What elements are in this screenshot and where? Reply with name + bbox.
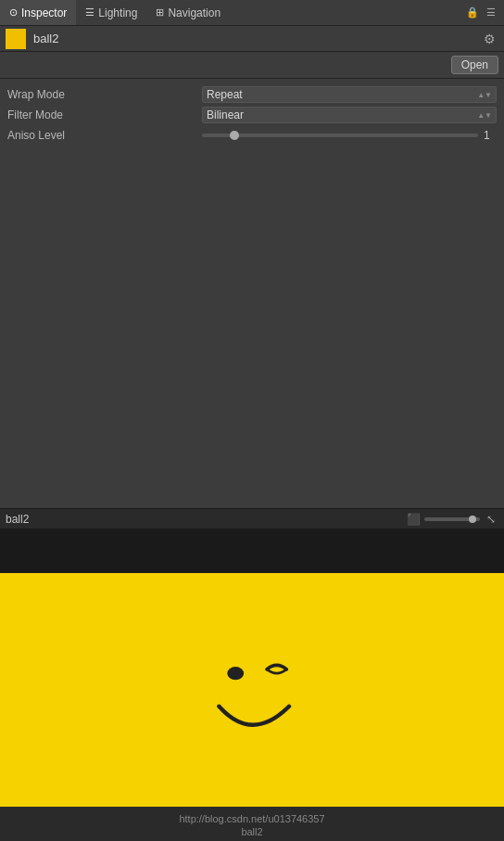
preview-black-strip [0, 529, 504, 573]
filter-mode-arrow: ▲▼ [477, 111, 492, 120]
aniso-slider-track[interactable] [202, 134, 478, 137]
aniso-slider-value: 1 [484, 129, 497, 142]
aniso-level-value: 1 [202, 129, 497, 142]
wrap-mode-row: Wrap Mode Repeat ▲▼ [0, 84, 504, 105]
filter-mode-value: Bilinear ▲▼ [202, 107, 497, 123]
inspector-header: ball2 ⚙ [0, 26, 504, 52]
gear-button[interactable]: ⚙ [480, 30, 498, 48]
inspector-tab-icon: ⊙ [9, 6, 18, 19]
lighting-tab-label: Lighting [98, 6, 137, 19]
preview-checkerboard-btn[interactable]: ⬛ [406, 512, 421, 527]
menu-icon[interactable]: ☰ [484, 6, 498, 20]
navigation-tab-icon: ⊞ [156, 6, 164, 19]
preview-fullscreen-btn[interactable]: ⤡ [484, 512, 498, 527]
inspector-tab-label: Inspector [21, 6, 67, 19]
open-button-row: Open [0, 52, 504, 79]
aniso-slider-container: 1 [202, 129, 497, 142]
svg-point-0 [227, 667, 244, 680]
filter-mode-label: Filter Mode [7, 108, 202, 121]
wrap-mode-value: Repeat ▲▼ [202, 86, 497, 103]
filter-mode-row: Filter Mode Bilinear ▲▼ [0, 105, 504, 125]
asset-icon [6, 29, 26, 49]
lighting-tab-icon: ☰ [85, 6, 94, 19]
lock-icon[interactable]: 🔒 [465, 6, 480, 20]
wrap-mode-select[interactable]: Repeat ▲▼ [202, 86, 497, 103]
tab-bar: ⊙ Inspector ☰ Lighting ⊞ Navigation 🔒 ☰ [0, 0, 504, 26]
filter-mode-select[interactable]: Bilinear ▲▼ [202, 107, 497, 123]
aniso-level-row: Aniso Level 1 [0, 125, 504, 146]
wrap-mode-label: Wrap Mode [7, 88, 202, 101]
open-button[interactable]: Open [451, 56, 498, 74]
footer-url: http://blog.csdn.net/u013746357 [179, 813, 324, 824]
filter-mode-select-text: Bilinear [207, 108, 244, 121]
preview-zoom-slider[interactable] [424, 517, 480, 521]
main-content-area [0, 151, 504, 508]
wrap-mode-arrow: ▲▼ [477, 91, 492, 99]
preview-bar: ball2 ⬛ ⤡ [0, 508, 504, 529]
preview-controls: ⬛ ⤡ [406, 512, 498, 527]
aniso-level-label: Aniso Level [7, 129, 202, 142]
tab-lighting[interactable]: ☰ Lighting [76, 0, 146, 25]
aniso-slider-thumb[interactable] [230, 131, 239, 140]
smiley-face-svg [169, 616, 335, 764]
wrap-mode-select-text: Repeat [207, 88, 243, 101]
footer-filename: ball2 [241, 826, 262, 837]
image-preview [0, 573, 504, 807]
navigation-tab-label: Navigation [168, 6, 220, 19]
properties-panel: Wrap Mode Repeat ▲▼ Filter Mode Bilinear… [0, 79, 504, 151]
tab-navigation[interactable]: ⊞ Navigation [146, 0, 230, 25]
preview-zoom-thumb[interactable] [469, 516, 476, 523]
preview-label: ball2 [6, 513, 406, 526]
footer: http://blog.csdn.net/u013746357 ball2 [0, 807, 504, 841]
tab-right-icons: 🔒 ☰ [465, 6, 498, 20]
asset-title: ball2 [33, 32, 480, 45]
tab-inspector[interactable]: ⊙ Inspector [0, 0, 76, 25]
